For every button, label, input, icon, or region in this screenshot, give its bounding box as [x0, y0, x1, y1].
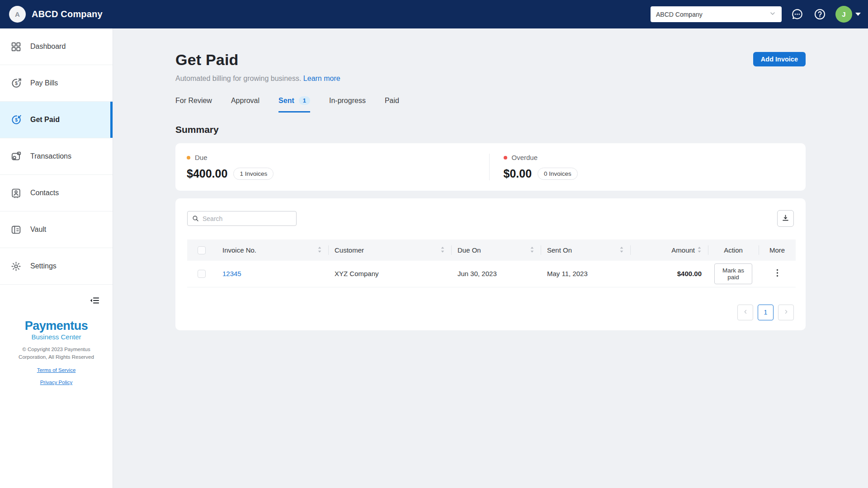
column-action: Action [724, 246, 743, 254]
download-button[interactable] [777, 210, 794, 227]
pagination-next-button[interactable] [778, 305, 794, 320]
help-icon[interactable] [813, 7, 827, 21]
due-amount: $400.00 [187, 167, 227, 180]
tab-paid[interactable]: Paid [385, 96, 399, 113]
search-icon [192, 215, 199, 224]
sent-count-badge: 1 [299, 96, 310, 105]
summary-overdue: Overdue $0.00 0 Invoices [489, 154, 806, 180]
sidebar-collapse-row [0, 285, 113, 316]
download-icon [781, 214, 790, 224]
column-more: More [769, 246, 785, 254]
pagination-prev-button[interactable] [737, 305, 753, 320]
sidebar-item-settings[interactable]: Settings [0, 248, 113, 285]
collapse-sidebar-icon[interactable] [88, 294, 101, 307]
sort-icon[interactable] [440, 246, 445, 254]
sidebar-item-label: Pay Bills [30, 79, 58, 87]
overdue-status-dot [504, 156, 507, 160]
sidebar-item-label: Settings [30, 262, 57, 270]
user-menu[interactable]: J [835, 6, 861, 23]
top-navbar: A ABCD Company ABCD Company [0, 0, 868, 28]
search-input[interactable] [187, 211, 297, 226]
learn-more-link[interactable]: Learn more [303, 75, 340, 82]
sidebar: Dashboard $ Pay Bills $ [0, 28, 113, 488]
overdue-label: Overdue [512, 154, 538, 161]
due-status-dot [187, 156, 190, 160]
tab-bar: For Review Approval Sent 1 In-progress P… [175, 96, 806, 113]
column-due-on: Due On [458, 246, 481, 254]
pay-bills-icon: $ [10, 77, 22, 89]
row-checkbox[interactable] [198, 270, 206, 278]
search-box [187, 211, 297, 226]
overdue-amount: $0.00 [504, 167, 532, 180]
add-invoice-button[interactable]: Add Invoice [753, 52, 806, 66]
invoice-number-link[interactable]: 12345 [222, 270, 241, 277]
sort-icon[interactable] [530, 246, 534, 254]
page-heading-block: Get Paid Automated billing for growing b… [175, 51, 340, 83]
tab-for-review[interactable]: For Review [175, 96, 212, 113]
get-paid-icon: $ [10, 114, 22, 126]
due-label: Due [195, 154, 208, 161]
table-header-row: Invoice No. Customer [187, 239, 796, 261]
tab-in-progress[interactable]: In-progress [329, 96, 366, 113]
invoices-table: Invoice No. Customer [187, 239, 796, 287]
transactions-icon [10, 150, 22, 163]
sidebar-item-dashboard[interactable]: Dashboard [0, 28, 113, 65]
sidebar-item-label: Dashboard [30, 42, 66, 51]
column-amount: Amount [671, 246, 695, 254]
select-all-checkbox[interactable] [198, 246, 206, 254]
column-invoice-no: Invoice No. [222, 246, 256, 254]
pagination-page-1[interactable]: 1 [758, 305, 774, 320]
due-on-cell: Jun 30, 2023 [458, 270, 497, 277]
chat-icon[interactable] [790, 7, 804, 21]
user-avatar: J [835, 6, 852, 23]
customer-cell: XYZ Company [335, 270, 379, 277]
paymentus-logo-subtitle: Business Center [0, 333, 113, 341]
privacy-policy-link[interactable]: Privacy Policy [0, 380, 113, 385]
company-select-dropdown[interactable]: ABCD Company [651, 6, 782, 22]
sidebar-item-vault[interactable]: Vault [0, 211, 113, 248]
page-subtitle: Automated billing for growing business. … [175, 75, 340, 83]
column-sent-on: Sent On [547, 246, 572, 254]
sidebar-item-pay-bills[interactable]: $ Pay Bills [0, 65, 113, 102]
kebab-menu-icon[interactable] [776, 269, 778, 277]
svg-text:$: $ [15, 117, 18, 122]
company-avatar: A [9, 6, 26, 23]
sidebar-item-transactions[interactable]: Transactions [0, 138, 113, 175]
chevron-left-icon [742, 309, 749, 316]
sent-on-cell: May 11, 2023 [547, 270, 588, 277]
column-customer: Customer [335, 246, 364, 254]
sidebar-item-label: Contacts [30, 189, 59, 197]
pagination: 1 [187, 305, 794, 320]
sidebar-item-label: Vault [30, 225, 46, 234]
page-title: Get Paid [175, 51, 340, 69]
tab-sent[interactable]: Sent 1 [278, 96, 310, 113]
amount-cell: $400.00 [677, 270, 702, 277]
chevron-down-icon [769, 10, 776, 19]
sidebar-item-contacts[interactable]: Contacts [0, 175, 113, 211]
table-row: 12345 XYZ Company Jun 30, 2023 May 11, 2… [187, 261, 796, 287]
sidebar-footer: Paymentus Business Center © Copyright 20… [0, 320, 113, 385]
chevron-right-icon [783, 309, 789, 316]
terms-of-service-link[interactable]: Terms of Service [0, 367, 113, 373]
settings-icon [10, 260, 22, 272]
summary-heading: Summary [175, 124, 806, 135]
sidebar-item-label: Get Paid [30, 116, 60, 124]
sort-icon[interactable] [619, 246, 624, 254]
overdue-invoices-badge: 0 Invoices [538, 168, 578, 180]
due-invoices-badge: 1 Invoices [233, 168, 274, 180]
summary-card: Due $400.00 1 Invoices Overdue $0.00 0 I… [175, 143, 806, 191]
copyright-text: © Copyright 2023 Paymentus Corporation, … [0, 346, 113, 361]
caret-down-icon [855, 13, 861, 16]
sort-icon[interactable] [317, 246, 322, 254]
contacts-icon [10, 187, 22, 199]
dashboard-icon [10, 41, 22, 53]
topbar-right: ABCD Company [651, 6, 861, 23]
company-name: ABCD Company [32, 9, 103, 19]
sort-icon[interactable] [697, 246, 702, 254]
main-content: Get Paid Automated billing for growing b… [113, 28, 868, 488]
sidebar-item-get-paid[interactable]: $ Get Paid [0, 102, 113, 138]
app-root: A ABCD Company ABCD Company [0, 0, 868, 488]
svg-text:$: $ [15, 81, 18, 86]
mark-as-paid-button[interactable]: Mark as paid [714, 263, 752, 284]
tab-approval[interactable]: Approval [231, 96, 259, 113]
